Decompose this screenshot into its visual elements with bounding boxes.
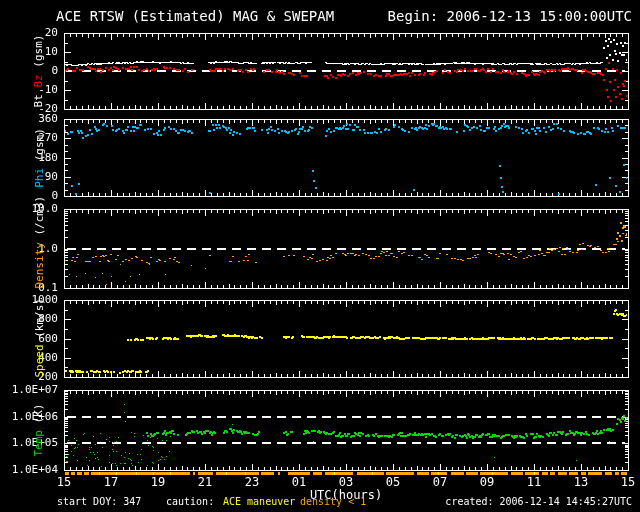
y-axis-title-part: Density [32, 242, 45, 288]
y-tick-label: 90 [4, 171, 58, 183]
y-tick-label: -10 [4, 84, 58, 96]
y-axis-title-temperature: Temp (K) [32, 390, 46, 470]
x-tick-label: 17 [97, 476, 125, 488]
y-tick-label: 200 [4, 371, 58, 383]
x-tick-label: 07 [426, 476, 454, 488]
y-tick-label: 1.0E+04 [4, 464, 58, 476]
y-tick-label: 360 [4, 113, 58, 125]
y-tick-label: 800 [4, 313, 58, 325]
y-axis-title-speed: Speed (km/s) [32, 300, 46, 377]
caution-maneuver-text: ACE maneuver [223, 496, 295, 508]
x-tick-label: 13 [567, 476, 595, 488]
y-axis-title-part: Temp [32, 430, 45, 457]
caution-label: caution: [166, 496, 214, 508]
x-tick-label: 03 [332, 476, 360, 488]
y-axis-title-part: (gsm) [32, 128, 45, 168]
y-tick-label: 400 [4, 352, 58, 364]
y-tick-label: 1.0E+07 [4, 384, 58, 396]
ace-rtsw-plot: ACE RTSW (Estimated) MAG & SWEPAM Begin:… [0, 0, 640, 512]
x-tick-label: 15 [614, 476, 640, 488]
y-tick-label: 0 [4, 65, 58, 77]
start-doy-text: start DOY: 347 [57, 496, 141, 508]
plot-canvas [0, 0, 640, 512]
y-tick-label: 600 [4, 333, 58, 345]
y-axis-title-part: (km/s) [32, 298, 45, 344]
x-tick-label: 21 [191, 476, 219, 488]
y-axis-title-part: Speed [32, 344, 45, 377]
caution-density-text: density < 1 [300, 496, 366, 508]
y-tick-label: 10 [4, 46, 58, 58]
y-axis-title-part: (K) [32, 404, 45, 431]
y-axis-title-part: (/cm3) [32, 195, 45, 241]
y-tick-label: 180 [4, 152, 58, 164]
y-axis-title-part: Bt [32, 88, 45, 108]
x-tick-label: 09 [473, 476, 501, 488]
x-tick-label: 15 [50, 476, 78, 488]
x-tick-label: 05 [379, 476, 407, 488]
y-axis-title-density: Density (/cm3) [32, 209, 46, 288]
x-tick-label: 01 [285, 476, 313, 488]
x-tick-label: 19 [144, 476, 172, 488]
y-tick-label: 1.0 [4, 243, 58, 255]
y-tick-label: 1000 [4, 294, 58, 306]
begin-timestamp: Begin: 2006-12-13 15:00:00UTC [388, 8, 632, 24]
page-title: ACE RTSW (Estimated) MAG & SWEPAM [56, 8, 334, 24]
y-axis-title-part: (gsm) [32, 35, 45, 75]
x-tick-label: 11 [520, 476, 548, 488]
y-axis-title-part: Phi [32, 167, 45, 187]
created-timestamp: created: 2006-12-14 14:45:27UTC [445, 496, 632, 508]
y-tick-label: 1.0E+05 [4, 437, 58, 449]
y-tick-label: 1.0E+06 [4, 411, 58, 423]
y-tick-label: 0 [4, 190, 58, 202]
x-tick-label: 23 [238, 476, 266, 488]
y-tick-label: 10.0 [4, 203, 58, 215]
y-tick-label: 270 [4, 132, 58, 144]
y-axis-title-magnetic-field: Bt Bz (gsm) [32, 33, 46, 109]
y-axis-title-phi-angle: Phi (gsm) [32, 119, 46, 196]
y-axis-title-part: Bz [32, 74, 45, 87]
y-tick-label: 20 [4, 27, 58, 39]
